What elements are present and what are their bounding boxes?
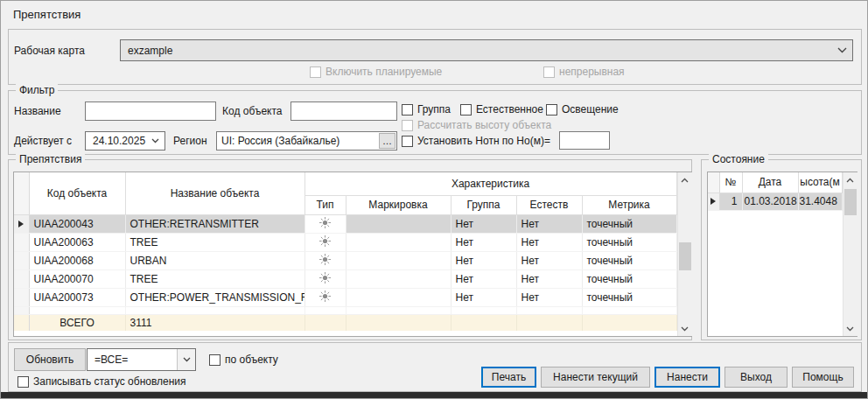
working-map-select[interactable]: exzample	[120, 39, 853, 61]
table-row[interactable]: UIAA200070 TREE Нет Нет точечный	[14, 270, 676, 288]
cell-metric[interactable]: точечный	[582, 214, 676, 233]
table-row[interactable]: 1 01.03.2018 31.4048	[708, 192, 842, 210]
scroll-up-icon[interactable]	[678, 172, 692, 187]
cell-code[interactable]: UIAA200073	[29, 288, 125, 306]
column-header-num[interactable]: №	[719, 172, 742, 192]
column-header-date[interactable]: Дата	[742, 172, 798, 192]
row-selector[interactable]	[14, 214, 29, 233]
dropdown-button[interactable]	[177, 349, 195, 370]
cell-natural[interactable]: Нет	[516, 270, 582, 288]
checkbox-box	[310, 66, 321, 78]
total-row: ВСЕГО 3111	[14, 314, 676, 331]
write-status-checkbox[interactable]: Записывать статус обновления	[18, 375, 186, 388]
cell-type[interactable]	[304, 214, 346, 233]
cell-name[interactable]: OTHER:POWER_TRANSMISSION_F	[125, 288, 304, 306]
column-header-marking[interactable]: Маркировка	[346, 195, 451, 214]
row-selector[interactable]	[14, 251, 29, 270]
scope-select[interactable]: =ВСЕ=	[87, 348, 196, 371]
row-selector[interactable]	[14, 270, 29, 288]
set-notn-checkbox[interactable]: Установить Нотн по Но(м)=	[402, 135, 550, 147]
name-input[interactable]	[85, 102, 216, 121]
natural-checkbox[interactable]: Естественное	[460, 103, 543, 116]
cell-height[interactable]: 31.4048	[798, 192, 842, 210]
column-header-name[interactable]: Название объекта	[125, 172, 304, 214]
cell-code[interactable]: UIAA200063	[29, 233, 125, 251]
cell-group[interactable]: Нет	[451, 214, 516, 233]
region-browse-button[interactable]: …	[379, 133, 396, 149]
cell-date[interactable]: 01.03.2018	[742, 192, 798, 210]
print-button[interactable]: Печать	[481, 367, 536, 388]
scrollbar-thumb[interactable]	[844, 189, 857, 215]
row-selector[interactable]	[708, 192, 719, 210]
column-header-characteristic[interactable]: Характеристика	[304, 172, 676, 195]
cell-type[interactable]	[304, 270, 346, 288]
cell-name[interactable]: OTHER:RETRANSMITTER	[125, 214, 304, 233]
cell-group[interactable]: Нет	[451, 270, 516, 288]
apply-button[interactable]: Нанести	[654, 367, 720, 388]
scope-select-value: =ВСЕ=	[94, 354, 128, 366]
column-header-metric[interactable]: Метрика	[582, 195, 676, 214]
continuous-checkbox[interactable]: непрерывная	[543, 66, 625, 78]
by-object-checkbox[interactable]: по объекту	[209, 354, 278, 366]
cell-natural[interactable]: Нет	[516, 251, 582, 270]
scrollbar-thumb[interactable]	[679, 242, 691, 270]
cell-metric[interactable]: точечный	[582, 251, 676, 270]
obstacles-scrollbar[interactable]	[677, 172, 693, 336]
cell-code[interactable]: UIAA200043	[29, 214, 125, 233]
table-row[interactable]: UIAA200068 URBAN Нет Нет точечный	[14, 251, 676, 270]
group-checkbox[interactable]: Группа	[402, 103, 451, 116]
cell-marking[interactable]	[346, 270, 451, 288]
cell-marking[interactable]	[346, 288, 451, 306]
region-field[interactable]: UI: Россия (Забайкалье) …	[216, 131, 397, 150]
cell-natural[interactable]: Нет	[516, 214, 582, 233]
cell-metric[interactable]: точечный	[582, 288, 676, 306]
cell-type[interactable]	[304, 288, 346, 306]
help-button[interactable]: Помощь	[792, 367, 854, 388]
include-planned-checkbox[interactable]: Включить планируемые	[310, 66, 442, 78]
cell-group[interactable]: Нет	[451, 288, 516, 306]
cell-marking[interactable]	[346, 214, 451, 233]
valid-from-date-select[interactable]: 24.10.2025	[85, 131, 165, 150]
refresh-button[interactable]: Обновить	[14, 348, 86, 371]
valid-from-label: Действует с	[14, 135, 72, 147]
cell-type[interactable]	[304, 233, 346, 251]
cell-code[interactable]: UIAA200068	[29, 251, 125, 270]
exit-button[interactable]: Выход	[724, 367, 788, 388]
column-header-group[interactable]: Группа	[451, 195, 516, 214]
cell-name[interactable]: TREE	[125, 270, 304, 288]
scroll-down-icon[interactable]	[678, 321, 692, 336]
cell-natural[interactable]: Нет	[516, 233, 582, 251]
scroll-up-icon[interactable]	[844, 172, 858, 187]
lighting-checkbox[interactable]: Освещение	[546, 103, 619, 116]
table-row[interactable]: UIAA200043 OTHER:RETRANSMITTER Нет Нет т…	[14, 214, 676, 233]
cell-marking[interactable]	[346, 251, 451, 270]
row-selector[interactable]	[14, 233, 29, 251]
corner-header-cell[interactable]	[708, 172, 719, 192]
cell-num[interactable]: 1	[719, 192, 742, 210]
corner-header-cell[interactable]	[14, 172, 29, 214]
cell-group[interactable]: Нет	[451, 233, 516, 251]
column-header-height[interactable]: ысота(м	[798, 172, 842, 192]
table-row[interactable]: UIAA200073 OTHER:POWER_TRANSMISSION_F Не…	[14, 288, 676, 306]
cell-name[interactable]: TREE	[125, 233, 304, 251]
calc-height-checkbox[interactable]: Рассчитать высоту объекта	[402, 119, 551, 131]
cell-type[interactable]	[304, 251, 346, 270]
cell-metric[interactable]: точечный	[582, 270, 676, 288]
checkbox-box	[402, 120, 413, 131]
row-selector[interactable]	[14, 288, 29, 306]
apply-current-button[interactable]: Нанести текущий	[541, 367, 650, 388]
cell-code[interactable]: UIAA200070	[29, 270, 125, 288]
column-header-code[interactable]: Код объекта	[29, 172, 125, 214]
cell-group[interactable]: Нет	[451, 251, 516, 270]
cell-metric[interactable]: точечный	[582, 233, 676, 251]
table-row[interactable]: UIAA200063 TREE Нет Нет точечный	[14, 233, 676, 251]
cell-natural[interactable]: Нет	[516, 288, 582, 306]
cell-marking[interactable]	[346, 233, 451, 251]
notn-input[interactable]	[559, 131, 610, 150]
scroll-down-icon[interactable]	[844, 321, 858, 336]
column-header-natural[interactable]: Естеств	[516, 195, 582, 214]
code-input[interactable]	[290, 102, 397, 121]
column-header-type[interactable]: Тип	[304, 195, 346, 214]
cell-name[interactable]: URBAN	[125, 251, 304, 270]
state-scrollbar[interactable]	[843, 172, 858, 336]
